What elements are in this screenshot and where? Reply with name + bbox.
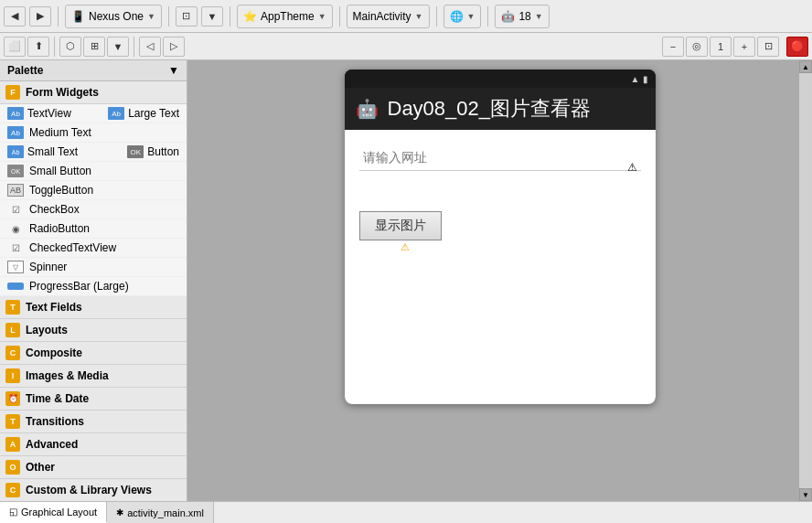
phone-mockup: ▲ ▮ 🤖 Day08_02_图片查看器 ⚠ 显示图片 ⚠: [345, 69, 656, 404]
smallbutton-icon: OK: [7, 165, 24, 177]
palette-item-smalltext-row[interactable]: Ab Small Text OK Button: [0, 143, 187, 162]
display-button-wrapper: 显示图片 ⚠: [359, 211, 442, 240]
url-input[interactable]: [359, 144, 641, 171]
display-image-button[interactable]: 显示图片: [359, 211, 442, 240]
section-images-media-icon: I: [5, 368, 20, 383]
palette-item-checkbox[interactable]: ☑ CheckBox: [0, 200, 187, 219]
android-logo-icon: 🤖: [356, 98, 379, 120]
mediumtext-icon: Ab: [7, 126, 24, 139]
palette-item-spinner[interactable]: ▽ Spinner: [0, 258, 187, 277]
api-label: 18: [518, 10, 530, 23]
separator-5: [436, 6, 437, 27]
portrait-button[interactable]: ⊡: [176, 6, 198, 27]
section-images-media[interactable]: I Images & Media: [0, 365, 187, 388]
section-text-fields-label: Text Fields: [26, 301, 82, 314]
scroll-track-v[interactable]: [799, 73, 812, 488]
distribute-button[interactable]: ⊞: [83, 37, 105, 57]
section-transitions-icon: T: [5, 414, 20, 429]
theme-selector[interactable]: ⭐ AppTheme ▼: [237, 5, 333, 28]
separator-6: [487, 6, 488, 27]
section-text-fields[interactable]: T Text Fields: [0, 296, 187, 319]
tab-graphical-layout[interactable]: ◱ Graphical Layout: [0, 502, 107, 523]
zoom-controls: − ◎ 1 + ⊡ 🔴: [662, 37, 808, 57]
prev-button[interactable]: ◁: [139, 37, 161, 57]
button-item: OK Button: [127, 145, 179, 158]
main-layout: Palette ▼ F Form Widgets Ab TextView Ab …: [0, 60, 812, 501]
section-transitions[interactable]: T Transitions: [0, 411, 187, 433]
palette-content: F Form Widgets Ab TextView Ab Large Text…: [0, 81, 187, 501]
phone-content: ⚠ 显示图片 ⚠: [345, 130, 656, 404]
separator-2: [168, 6, 169, 27]
align-left-button[interactable]: ⬜: [4, 37, 26, 57]
spinner-label: Spinner: [29, 261, 67, 273]
section-advanced[interactable]: A Advanced: [0, 433, 187, 456]
theme-dropdown-arrow: ▼: [318, 12, 326, 21]
zoom-in-button[interactable]: +: [733, 37, 755, 57]
locale-icon: 🌐: [450, 10, 464, 23]
mediumtext-label: Medium Text: [29, 126, 91, 139]
next-button[interactable]: ▷: [163, 37, 185, 57]
palette-item-progressbar[interactable]: ProgressBar (Large): [0, 277, 187, 296]
signal-icon: ▲: [631, 74, 640, 84]
graphical-layout-tab-icon: ◱: [9, 507, 17, 517]
distribute-dropdown[interactable]: ▼: [107, 37, 129, 57]
battery-icon: ▮: [643, 74, 648, 84]
fit-screen-button[interactable]: ⊡: [757, 37, 779, 57]
section-layouts-label: Layouts: [26, 324, 68, 336]
device-label: Nexus One: [89, 10, 144, 23]
scroll-up-button[interactable]: ▲: [799, 60, 812, 73]
largetext-item: Ab Large Text: [108, 107, 179, 120]
zoom-reset-button[interactable]: ◎: [686, 37, 708, 57]
textview-icon: Ab: [7, 107, 24, 120]
section-images-media-label: Images & Media: [26, 369, 109, 382]
error-button[interactable]: 🔴: [786, 37, 808, 57]
palette-dropdown-arrow[interactable]: ▼: [168, 64, 179, 77]
canvas-area: ▲ ▮ 🤖 Day08_02_图片查看器 ⚠ 显示图片 ⚠: [187, 60, 812, 501]
palette-item-smallbutton[interactable]: OK Small Button: [0, 162, 187, 181]
align-up-button[interactable]: ⬆: [27, 37, 49, 57]
zoom-out-button[interactable]: −: [662, 37, 684, 57]
smalltext-icon: Ab: [7, 145, 24, 158]
section-composite[interactable]: C Composite: [0, 342, 187, 365]
checkbox-icon: ☑: [7, 203, 24, 216]
canvas-scroll-vertical: ▲ ▼: [799, 60, 812, 501]
section-composite-label: Composite: [26, 347, 82, 359]
palette-item-textview-row[interactable]: Ab TextView Ab Large Text: [0, 104, 187, 123]
separator-1: [58, 6, 59, 27]
palette-item-togglebutton[interactable]: AB ToggleButton: [0, 181, 187, 200]
palette-item-checkedtextview[interactable]: ☑ CheckedTextView: [0, 239, 187, 258]
section-layouts[interactable]: L Layouts: [0, 319, 187, 342]
url-input-wrapper: ⚠: [359, 144, 641, 189]
checkedtextview-icon: ☑: [7, 241, 24, 254]
section-time-date[interactable]: ⏰ Time & Date: [0, 388, 187, 411]
smallbutton-label: Small Button: [29, 165, 91, 177]
portrait-dropdown[interactable]: ▼: [201, 6, 223, 27]
togglebutton-icon: AB: [7, 184, 24, 197]
align-h-button[interactable]: ⬡: [59, 37, 81, 57]
section-custom-library[interactable]: C Custom & Library Views: [0, 479, 187, 501]
separator-3: [230, 6, 230, 27]
locale-selector[interactable]: 🌐 ▼: [443, 5, 482, 28]
nav-forward-button[interactable]: ▶: [29, 6, 51, 27]
nav-back-button[interactable]: ◀: [4, 6, 26, 27]
activity-selector[interactable]: MainActivity ▼: [347, 5, 430, 28]
section-other[interactable]: O Other: [0, 456, 187, 479]
tab-activity-main[interactable]: ✱ activity_main.xml: [107, 502, 214, 523]
api-selector[interactable]: 🤖 18 ▼: [495, 5, 549, 28]
progressbar-icon: [7, 280, 24, 293]
android-api-icon: 🤖: [501, 10, 515, 23]
activity-dropdown-arrow: ▼: [415, 12, 423, 21]
input-warning-icon: ⚠: [627, 161, 637, 174]
section-form-widgets-icon: F: [5, 85, 20, 100]
graphical-layout-tab-label: Graphical Layout: [21, 507, 97, 518]
palette-title: Palette: [7, 64, 43, 77]
device-selector[interactable]: 📱 Nexus One ▼: [65, 5, 162, 28]
palette-item-radiobutton[interactable]: ◉ RadioButton: [0, 219, 187, 239]
radiobutton-label: RadioButton: [29, 222, 90, 235]
zoom-100-button[interactable]: 1: [710, 37, 732, 57]
togglebutton-label: ToggleButton: [29, 184, 93, 197]
palette-item-mediumtext[interactable]: Ab Medium Text: [0, 123, 187, 143]
activity-label: MainActivity: [353, 10, 411, 23]
scroll-down-button[interactable]: ▼: [799, 488, 812, 501]
section-form-widgets[interactable]: F Form Widgets: [0, 81, 187, 104]
